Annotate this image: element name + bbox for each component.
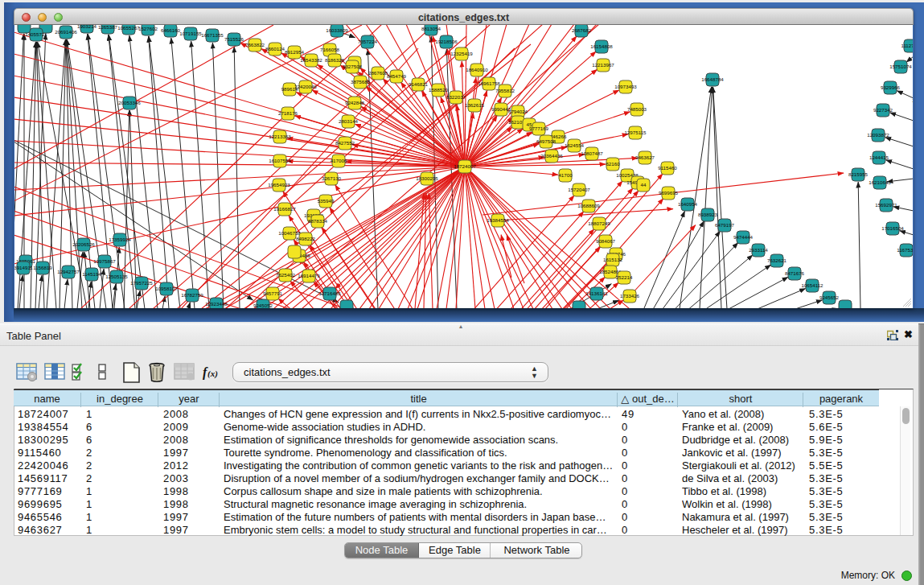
svg-text:535949: 535949: [318, 198, 335, 204]
svg-text:7632621: 7632621: [767, 257, 787, 263]
svg-text:9329966: 9329966: [881, 84, 901, 90]
svg-text:2687682: 2687682: [572, 27, 592, 33]
svg-text:10807487: 10807487: [581, 150, 603, 156]
svg-text:1615132: 1615132: [603, 257, 623, 262]
svg-text:20364436: 20364436: [540, 153, 563, 159]
svg-text:12325419: 12325419: [450, 51, 473, 56]
svg-text:16107554: 16107554: [269, 158, 291, 163]
svg-text:9227342: 9227342: [873, 107, 893, 113]
svg-text:12505135: 12505135: [105, 274, 128, 279]
svg-text:18807249: 18807249: [588, 220, 610, 226]
svg-text:8471676: 8471676: [785, 270, 805, 276]
svg-text:16033809: 16033809: [326, 27, 348, 33]
svg-text:118220: 118220: [912, 97, 913, 103]
svg-text:1903214: 1903214: [77, 25, 97, 29]
svg-text:9474444: 9474444: [733, 234, 754, 240]
svg-text:41700: 41700: [558, 172, 573, 178]
svg-text:7515526: 7515526: [224, 36, 244, 42]
svg-text:18724007: 18724007: [454, 163, 476, 169]
svg-text:9146821: 9146821: [409, 81, 429, 87]
svg-text:19654923: 19654923: [268, 182, 290, 187]
svg-text:12942757: 12942757: [57, 269, 80, 274]
svg-text:8660124: 8660124: [265, 46, 285, 51]
svg-text:6497508: 6497508: [536, 138, 556, 144]
svg-text:19218506: 19218506: [435, 39, 458, 44]
svg-text:18640910: 18640910: [466, 67, 488, 72]
svg-text:8427552: 8427552: [335, 140, 355, 146]
svg-text:6794024: 6794024: [508, 109, 528, 114]
svg-text:7625402: 7625402: [276, 272, 296, 278]
svg-text:1265387: 1265387: [98, 25, 118, 30]
svg-text:417006: 417006: [331, 158, 347, 163]
svg-text:14136141: 14136141: [585, 290, 608, 296]
svg-text:9457791: 9457791: [263, 290, 283, 296]
svg-text:9242848: 9242848: [345, 100, 365, 105]
svg-text:19975867: 19975867: [93, 258, 116, 264]
svg-text:16543382: 16543382: [300, 57, 322, 63]
svg-text:15751074: 15751074: [889, 64, 912, 69]
svg-text:1244415: 1244415: [869, 154, 889, 160]
svg-text:12093872: 12093872: [867, 132, 889, 138]
svg-text:1640954: 1640954: [678, 201, 698, 207]
svg-text:252214: 252214: [616, 274, 633, 280]
svg-text:7955812: 7955812: [495, 88, 515, 93]
svg-text:16961758: 16961758: [478, 80, 500, 86]
svg-text:22420046: 22420046: [294, 84, 317, 89]
svg-text:2718176: 2718176: [278, 110, 298, 116]
svg-text:10655267: 10655267: [117, 25, 140, 31]
svg-text:19384554: 19384554: [487, 217, 509, 223]
svg-text:12975115: 12975115: [624, 130, 647, 135]
svg-text:9084067: 9084067: [596, 238, 616, 244]
svg-text:10958107: 10958107: [155, 286, 178, 291]
svg-text:9327508: 9327508: [343, 64, 363, 69]
svg-text:10973493: 10973493: [614, 84, 637, 89]
svg-text:9245652: 9245652: [819, 295, 840, 300]
svg-text:8912954: 8912954: [285, 49, 305, 55]
svg-text:10688609: 10688609: [577, 203, 600, 208]
svg-text:9245052: 9245052: [253, 303, 273, 308]
svg-text:1156819: 1156819: [33, 265, 52, 270]
svg-text:62160: 62160: [606, 161, 620, 167]
svg-text:20053346: 20053346: [118, 100, 141, 105]
svg-text:6466160: 6466160: [161, 27, 181, 33]
svg-text:16648784: 16648784: [701, 76, 724, 82]
svg-text:44: 44: [641, 182, 647, 187]
svg-text:1112797: 1112797: [901, 43, 913, 48]
svg-text:1362615: 1362615: [465, 102, 485, 108]
svg-text:6479197: 6479197: [715, 222, 735, 228]
svg-text:9463627: 9463627: [635, 154, 655, 160]
svg-text:7663822: 7663822: [245, 42, 265, 47]
svg-text:8322037: 8322037: [446, 94, 466, 100]
svg-text:1624554: 1624554: [565, 142, 585, 148]
svg-text:1145194: 1145194: [82, 271, 101, 277]
svg-text:12923448: 12923448: [205, 301, 228, 307]
svg-text:12213967: 12213967: [592, 62, 614, 68]
svg-text:8498222: 8498222: [296, 236, 316, 241]
svg-text:18300295: 18300295: [416, 175, 438, 181]
svg-text:8813054: 8813054: [421, 26, 441, 31]
svg-text:9115460: 9115460: [658, 165, 677, 171]
svg-text:8938923: 8938923: [698, 212, 718, 217]
svg-text:8454749: 8454749: [387, 73, 407, 79]
svg-text:15692971: 15692971: [875, 202, 897, 208]
svg-text:8186328: 8186328: [325, 57, 345, 63]
svg-text:16782759: 16782759: [181, 292, 203, 298]
svg-text:19166827: 19166827: [273, 206, 296, 212]
svg-text:8215955: 8215955: [848, 171, 869, 177]
svg-text:1527602: 1527602: [138, 26, 158, 31]
svg-text:3267130: 3267130: [322, 175, 342, 181]
svg-text:16154808: 16154808: [590, 43, 613, 49]
svg-text:20691406: 20691406: [55, 29, 77, 35]
svg-text:7357224: 7357224: [358, 39, 378, 44]
svg-text:13716485: 13716485: [318, 290, 341, 296]
svg-text:1588520: 1588520: [429, 87, 449, 93]
svg-text:9699695: 9699695: [659, 190, 679, 196]
svg-text:14055721: 14055721: [25, 31, 47, 37]
svg-text:8878334: 8878334: [308, 218, 328, 224]
svg-text:9777169: 9777169: [529, 126, 549, 131]
svg-text:10654112: 10654112: [801, 282, 823, 288]
svg-text:(x): (x): [207, 369, 218, 379]
svg-text:7166058: 7166058: [320, 47, 340, 52]
svg-text:7485003: 7485003: [627, 106, 647, 112]
svg-text:17359924: 17359924: [109, 237, 131, 242]
